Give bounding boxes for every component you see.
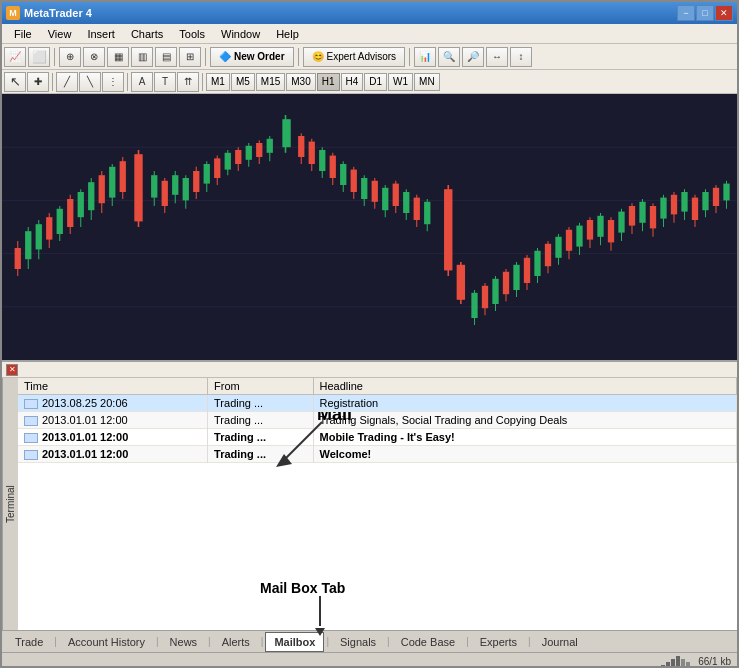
menu-tools[interactable]: Tools: [171, 26, 213, 42]
tool-line[interactable]: ╱: [56, 72, 78, 92]
svg-rect-132: [713, 188, 719, 206]
svg-rect-116: [629, 206, 635, 226]
title-bar: M MetaTrader 4 − □ ✕: [2, 2, 737, 24]
svg-rect-62: [330, 156, 336, 178]
window-controls: − □ ✕: [677, 5, 733, 21]
menu-file[interactable]: File: [6, 26, 40, 42]
tf-w1[interactable]: W1: [388, 73, 413, 91]
app-icon: M: [6, 6, 20, 20]
svg-rect-145: [681, 659, 685, 669]
tab-alerts[interactable]: Alerts: [213, 632, 259, 652]
tool-lines[interactable]: ⋮: [102, 72, 124, 92]
cell-from: Trading ...: [208, 429, 313, 446]
tf-h4[interactable]: H4: [341, 73, 364, 91]
svg-rect-30: [151, 175, 157, 197]
terminal-label: Terminal: [2, 378, 18, 630]
tf-m5[interactable]: M5: [231, 73, 255, 91]
tab-sep-7: |: [464, 636, 471, 647]
tool-zoom-out[interactable]: 🔎: [462, 47, 484, 67]
svg-rect-54: [282, 119, 290, 147]
svg-rect-46: [235, 150, 241, 164]
tool-btn-6[interactable]: ▥: [131, 47, 153, 67]
tool-text[interactable]: A: [131, 72, 153, 92]
tab-journal[interactable]: Journal: [533, 632, 587, 652]
col-time: Time: [18, 378, 208, 395]
svg-rect-144: [676, 656, 680, 669]
maximize-button[interactable]: □: [696, 5, 714, 21]
tf-m15[interactable]: M15: [256, 73, 285, 91]
toolbar-drawing: ↖ ✚ ╱ ╲ ⋮ A T ⇈ M1 M5 M15 M30 H1 H4 D1 W…: [2, 70, 737, 94]
tab-signals[interactable]: Signals: [331, 632, 385, 652]
expert-advisors-button[interactable]: 😊 Expert Advisors: [303, 47, 405, 67]
tool-arrow[interactable]: ⇈: [177, 72, 199, 92]
svg-rect-126: [681, 192, 687, 212]
drawing-sep-3: [202, 73, 203, 91]
tf-h1[interactable]: H1: [317, 73, 340, 91]
svg-rect-112: [608, 220, 614, 242]
svg-rect-110: [597, 216, 603, 237]
tool-btn-5[interactable]: ▦: [107, 47, 129, 67]
menu-insert[interactable]: Insert: [79, 26, 123, 42]
tf-m30[interactable]: M30: [286, 73, 315, 91]
tf-d1[interactable]: D1: [364, 73, 387, 91]
tf-m1[interactable]: M1: [206, 73, 230, 91]
table-row[interactable]: 2013.01.01 12:00Trading ...Mobile Tradin…: [18, 429, 737, 446]
tf-mn[interactable]: MN: [414, 73, 440, 91]
tab-code-base[interactable]: Code Base: [392, 632, 464, 652]
tool-text2[interactable]: T: [154, 72, 176, 92]
svg-rect-38: [193, 171, 199, 192]
svg-rect-108: [587, 220, 593, 240]
tab-experts[interactable]: Experts: [471, 632, 526, 652]
price-chart: [2, 94, 737, 360]
cell-headline: Mobile Trading - It's Easy!: [313, 429, 737, 446]
svg-rect-96: [524, 258, 530, 283]
tool-btn-4[interactable]: ⊗: [83, 47, 105, 67]
new-order-icon: 🔷: [219, 51, 231, 62]
tool-btn-3[interactable]: ⊕: [59, 47, 81, 67]
tool-btn-2[interactable]: ⬜: [28, 47, 50, 67]
table-row[interactable]: 2013.08.25 20:06Trading ...Registration: [18, 395, 737, 412]
table-row[interactable]: 2013.01.01 12:00Trading ...Trading Signa…: [18, 412, 737, 429]
tool-line2[interactable]: ╲: [79, 72, 101, 92]
close-button[interactable]: ✕: [715, 5, 733, 21]
main-window: M MetaTrader 4 − □ ✕ File View Insert Ch…: [0, 0, 739, 668]
status-text: 66/1 kb: [661, 655, 731, 669]
tool-history[interactable]: 📊: [414, 47, 436, 67]
new-order-button[interactable]: 🔷 New Order: [210, 47, 294, 67]
svg-rect-12: [46, 217, 52, 239]
tool-new-chart[interactable]: 📈: [4, 47, 26, 67]
svg-rect-60: [319, 150, 325, 171]
table-row[interactable]: 2013.01.01 12:00Trading ...Welcome!: [18, 446, 737, 463]
menu-help[interactable]: Help: [268, 26, 307, 42]
svg-rect-32: [162, 181, 168, 206]
tab-account-history[interactable]: Account History: [59, 632, 154, 652]
tool-zoom-fit[interactable]: ↔: [486, 47, 508, 67]
minimize-button[interactable]: −: [677, 5, 695, 21]
svg-rect-34: [172, 175, 178, 195]
chart-area[interactable]: [2, 94, 737, 360]
svg-rect-143: [671, 659, 675, 669]
tool-btn-8[interactable]: ⊞: [179, 47, 201, 67]
svg-rect-146: [686, 662, 690, 669]
svg-rect-70: [372, 181, 378, 202]
tab-trade[interactable]: Trade: [6, 632, 52, 652]
title-bar-left: M MetaTrader 4: [6, 6, 92, 20]
tool-cross[interactable]: ✚: [27, 72, 49, 92]
cell-time: 2013.01.01 12:00: [18, 446, 208, 463]
tool-btn-7[interactable]: ▤: [155, 47, 177, 67]
svg-rect-14: [57, 209, 63, 234]
menu-window[interactable]: Window: [213, 26, 268, 42]
tool-zoom-fit2[interactable]: ↕: [510, 47, 532, 67]
svg-rect-120: [650, 206, 656, 228]
svg-rect-68: [361, 178, 367, 199]
terminal-close-button[interactable]: ✕: [6, 364, 18, 376]
tool-cursor[interactable]: ↖: [4, 72, 26, 92]
expert-icon: 😊: [312, 51, 324, 62]
menu-view[interactable]: View: [40, 26, 80, 42]
tool-zoom-in[interactable]: 🔍: [438, 47, 460, 67]
tab-news[interactable]: News: [161, 632, 207, 652]
tab-sep-3: |: [206, 636, 213, 647]
tab-mailbox[interactable]: Mailbox: [265, 632, 324, 652]
menu-charts[interactable]: Charts: [123, 26, 171, 42]
svg-rect-24: [109, 167, 115, 198]
